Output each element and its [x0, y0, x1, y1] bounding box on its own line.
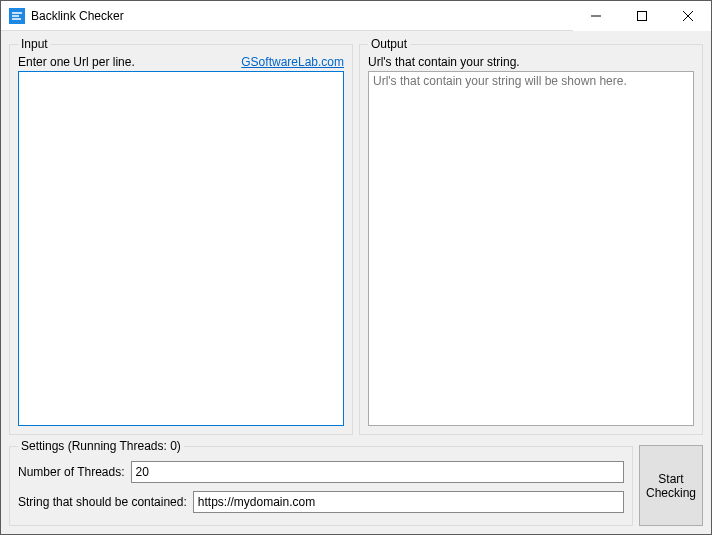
input-group: Input Enter one Url per line. GSoftwareL…	[9, 37, 353, 435]
threads-input[interactable]	[131, 461, 625, 483]
maximize-button[interactable]	[619, 1, 665, 31]
string-row: String that should be contained:	[18, 491, 624, 513]
content-area: Input Enter one Url per line. GSoftwareL…	[1, 31, 711, 534]
input-instruction: Enter one Url per line.	[18, 55, 135, 69]
titlebar[interactable]: Backlink Checker	[1, 1, 711, 31]
close-icon	[683, 11, 693, 21]
start-checking-button[interactable]: Start Checking	[639, 445, 703, 526]
threads-label: Number of Threads:	[18, 465, 125, 479]
vendor-link[interactable]: GSoftwareLab.com	[241, 55, 344, 69]
minimize-button[interactable]	[573, 1, 619, 31]
settings-legend: Settings (Running Threads: 0)	[18, 439, 184, 453]
output-textarea[interactable]	[368, 71, 694, 426]
output-group: Output Url's that contain your string.	[359, 37, 703, 435]
close-button[interactable]	[665, 1, 711, 31]
threads-row: Number of Threads:	[18, 461, 624, 483]
svg-rect-4	[638, 11, 647, 20]
output-instruction: Url's that contain your string.	[368, 55, 694, 69]
maximize-icon	[637, 11, 647, 21]
input-legend: Input	[18, 37, 51, 51]
settings-group: Settings (Running Threads: 0) Number of …	[9, 439, 633, 526]
string-input[interactable]	[193, 491, 624, 513]
app-window: Backlink Checker Input Enter one Url per…	[0, 0, 712, 535]
window-title: Backlink Checker	[31, 9, 124, 23]
string-label: String that should be contained:	[18, 495, 187, 509]
bottom-row: Settings (Running Threads: 0) Number of …	[9, 439, 703, 526]
url-input-textarea[interactable]	[18, 71, 344, 426]
top-row: Input Enter one Url per line. GSoftwareL…	[9, 37, 703, 435]
app-icon	[9, 8, 25, 24]
minimize-icon	[591, 11, 601, 21]
input-header: Enter one Url per line. GSoftwareLab.com	[18, 55, 344, 69]
output-legend: Output	[368, 37, 410, 51]
